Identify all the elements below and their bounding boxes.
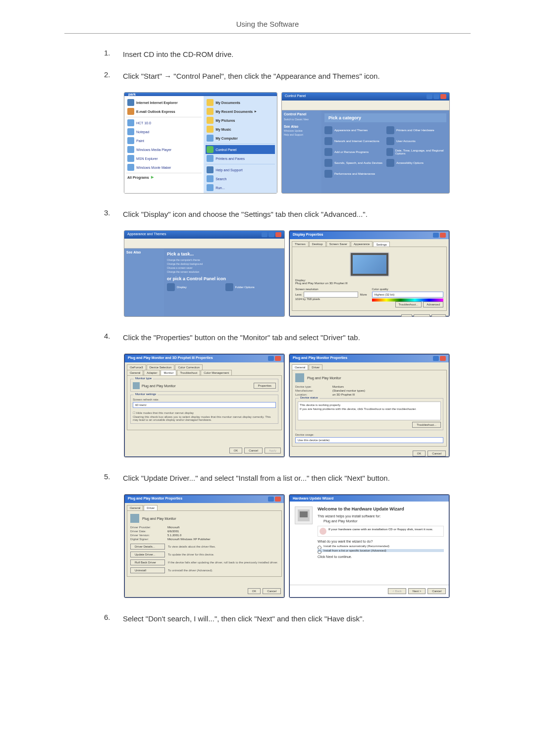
category-item[interactable]: Sounds, Speech, and Audio Devices: [324, 159, 384, 167]
help-icon[interactable]: [268, 356, 274, 361]
ok-button[interactable]: OK: [413, 451, 426, 456]
radio-auto[interactable]: Install the software automatically (Reco…: [318, 545, 444, 548]
sm-item-label[interactable]: Paint: [136, 139, 144, 143]
close-icon[interactable]: [275, 356, 281, 361]
refresh-select[interactable]: 60 Hertz: [133, 402, 276, 408]
sm-item-label[interactable]: My Music: [215, 128, 231, 131]
all-programs[interactable]: All Programs: [127, 176, 149, 179]
sm-item-label[interactable]: MSN Explorer: [136, 157, 158, 160]
close-icon[interactable]: [440, 233, 446, 238]
less-label: Less: [295, 293, 302, 296]
tab-appearance[interactable]: Appearance: [351, 241, 373, 247]
cancel-button[interactable]: Cancel: [263, 588, 281, 594]
resolution-slider[interactable]: [304, 292, 358, 298]
sm-item-label[interactable]: Run...: [215, 186, 225, 190]
monitor-icon: [130, 514, 139, 523]
tab-general[interactable]: General: [127, 505, 143, 510]
ok-button[interactable]: OK: [248, 588, 261, 594]
sm-item-label[interactable]: Windows Media Player: [136, 148, 171, 151]
ok-button[interactable]: OK: [229, 448, 243, 454]
maximize-icon[interactable]: [268, 232, 274, 237]
sm-item-label[interactable]: Help and Support: [215, 168, 242, 172]
troubleshoot-button[interactable]: Troubleshoot...: [395, 302, 422, 307]
step-number: 1.: [104, 49, 114, 60]
task-link[interactable]: Change the desktop background: [167, 262, 281, 265]
sm-item-label[interactable]: My Recent Documents: [215, 110, 253, 113]
rollback-button[interactable]: Roll Back Driver: [130, 559, 165, 565]
cancel-button[interactable]: Cancel: [428, 588, 446, 594]
category-item[interactable]: Performance and Maintenance: [324, 170, 384, 178]
tab-monitor[interactable]: Monitor: [160, 370, 176, 375]
task-link[interactable]: Change the computer's theme: [167, 258, 281, 261]
tab-general[interactable]: General: [292, 364, 308, 370]
see-also-link[interactable]: Help and Support: [284, 133, 320, 136]
tab[interactable]: GeForce3: [127, 364, 146, 370]
tab[interactable]: Color Correction: [175, 364, 203, 370]
tab-general[interactable]: General: [127, 370, 143, 375]
advanced-button[interactable]: Advanced: [423, 302, 443, 307]
close-icon[interactable]: [440, 356, 446, 361]
sm-item-label[interactable]: My Pictures: [215, 119, 235, 122]
tab-themes[interactable]: Themes: [292, 241, 309, 247]
maximize-icon[interactable]: [433, 94, 439, 99]
cancel-button[interactable]: Cancel: [428, 451, 446, 456]
folder-options-link[interactable]: Folder Options: [225, 283, 282, 291]
next-button[interactable]: Next >: [408, 588, 426, 594]
update-driver-button[interactable]: Update Driver...: [130, 552, 165, 557]
display-icon-link[interactable]: Display: [167, 283, 223, 291]
category-item[interactable]: User Accounts: [386, 137, 446, 145]
category-item[interactable]: Add or Remove Programs: [324, 148, 384, 156]
category-item[interactable]: Date, Time, Language, and Regional Optio…: [386, 148, 446, 156]
close-icon[interactable]: [440, 94, 446, 99]
app-icon: [127, 119, 134, 126]
tab-screensaver[interactable]: Screen Saver: [326, 241, 350, 247]
cancel-button[interactable]: Cancel: [414, 314, 430, 317]
apply-button[interactable]: Apply: [265, 448, 281, 454]
accessibility-icon: [386, 159, 394, 167]
category-item[interactable]: Network and Internet Connections: [324, 137, 384, 145]
quality-select[interactable]: Highest (32 bit): [372, 292, 444, 298]
minimize-icon[interactable]: [427, 94, 432, 99]
close-icon[interactable]: [275, 232, 281, 237]
minimize-icon[interactable]: [262, 232, 268, 237]
sm-item-label[interactable]: Control Panel: [215, 148, 236, 151]
tab-adapter[interactable]: Adapter: [144, 370, 160, 375]
sm-item-label[interactable]: Internet Internet Explorer: [136, 101, 178, 104]
switch-view-link[interactable]: Switch to Classic View: [284, 118, 320, 121]
sm-item-label[interactable]: Printers and Faxes: [215, 157, 245, 160]
tab[interactable]: Device Selection: [147, 364, 175, 370]
sm-item-label[interactable]: My Documents: [215, 101, 240, 104]
tab-colormgmt[interactable]: Color Management: [201, 370, 232, 375]
task-link[interactable]: Change the screen resolution: [167, 270, 281, 273]
category-item[interactable]: Printers and Other Hardware: [386, 126, 446, 134]
tab-driver[interactable]: Driver: [144, 505, 158, 510]
category-item[interactable]: Accessibility Options: [386, 159, 446, 167]
see-also-link[interactable]: Windows Update: [284, 129, 320, 132]
help-icon[interactable]: [268, 497, 274, 502]
sm-item-label[interactable]: HCT 10.0: [136, 121, 151, 125]
hide-modes-checkbox[interactable]: Hide modes that this monitor cannot disp…: [136, 411, 194, 414]
uninstall-button[interactable]: Uninstall: [130, 567, 165, 573]
usage-select[interactable]: Use this device (enable): [295, 437, 443, 443]
troubleshoot-button[interactable]: Troubleshoot...: [412, 422, 441, 428]
driver-details-button[interactable]: Driver Details...: [130, 544, 165, 550]
sm-item-label[interactable]: Notepad: [136, 130, 149, 134]
help-icon[interactable]: [433, 233, 439, 238]
sm-item-label[interactable]: Windows Movie Maker: [136, 166, 171, 169]
sm-item-label[interactable]: Search: [215, 177, 226, 181]
properties-button[interactable]: Properties: [254, 383, 276, 389]
task-link[interactable]: Choose a screen saver: [167, 266, 281, 269]
help-icon[interactable]: [433, 356, 439, 361]
ok-button[interactable]: OK: [401, 314, 413, 317]
category-appearance[interactable]: Appearance and Themes: [324, 126, 384, 134]
tab-troubleshoot[interactable]: Troubleshoot: [177, 370, 200, 375]
sm-item-label[interactable]: E-mail Outlook Express: [136, 110, 175, 113]
cancel-button[interactable]: Cancel: [244, 448, 263, 454]
tab-driver[interactable]: Driver: [309, 364, 322, 370]
tab-desktop[interactable]: Desktop: [309, 241, 326, 247]
sm-item-label[interactable]: My Computer: [215, 137, 238, 140]
close-icon[interactable]: [275, 497, 281, 502]
radio-list[interactable]: Install from a list or specific location…: [318, 549, 444, 552]
apply-button[interactable]: Apply: [431, 314, 446, 317]
back-button[interactable]: < Back: [388, 588, 406, 594]
